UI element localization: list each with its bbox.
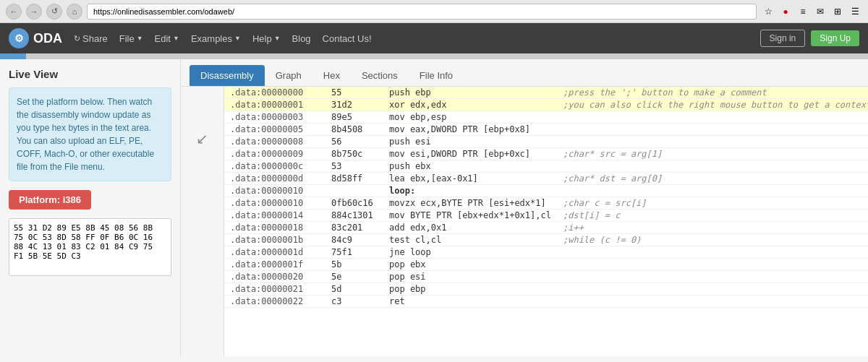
row-hex: 56 [326,136,383,148]
table-row[interactable]: .data:00000010 0fb60c16 movzx ecx,BYTE P… [224,197,868,210]
brand: ⚙ ODA [9,28,62,48]
table-row[interactable]: .data:00000022 c3 ret [224,296,868,308]
row-comment [557,136,868,148]
row-addr: .data:00000020 [224,271,326,283]
row-mnem: push ebx [383,160,557,173]
tab-sections[interactable]: Sections [351,65,409,86]
progress-bar-container [0,53,868,59]
row-addr: .data:00000010 [224,197,326,210]
table-row[interactable]: .data:00000010 loop: [224,185,868,197]
row-mnem: movzx ecx,BYTE PTR [esi+edx*1] [383,197,557,210]
tab-hex[interactable]: Hex [312,65,351,86]
table-row[interactable]: .data:0000000c 53 push ebx [224,160,868,173]
table-row[interactable]: .data:00000018 83c201 add edx,0x1 ;i++ [224,222,868,234]
tab-disassembly[interactable]: Disassembly [190,65,265,86]
row-comment: ;i++ [557,222,868,234]
row-hex: c3 [326,296,383,308]
row-comment [557,246,868,259]
signin-button[interactable]: Sign in [760,30,806,47]
hex-input[interactable] [9,218,171,276]
row-mnem: xor edx,edx [383,99,557,111]
back-button[interactable]: ← [6,4,22,20]
forward-button[interactable]: → [26,4,42,20]
row-hex: 31d2 [326,99,383,111]
table-row[interactable]: .data:0000001d 75f1 jne loop [224,246,868,259]
table-row[interactable]: .data:00000020 5e pop esi [224,271,868,283]
row-mnem: mov eax,DWORD PTR [ebp+0x8] [383,124,557,136]
table-row[interactable]: .data:00000014 884c1301 mov BYTE PTR [eb… [224,210,868,222]
row-comment: ;press the ';' button to make a comment [557,87,868,99]
menu-icon[interactable]: ≡ [796,4,810,19]
row-hex: 5b [326,259,383,271]
help-menu[interactable]: Help ▼ [252,33,281,44]
blog-link[interactable]: Blog [292,33,311,44]
browser-extra2[interactable]: ☰ [848,4,862,19]
table-row[interactable]: .data:00000005 8b4508 mov eax,DWORD PTR … [224,124,868,136]
table-row[interactable]: .data:00000021 5d pop ebp [224,283,868,296]
row-addr: .data:00000005 [224,124,326,136]
row-hex: 8d58ff [326,173,383,185]
row-hex: 89e5 [326,111,383,124]
table-row[interactable]: .data:0000000d 8d58ff lea ebx,[eax-0x1] … [224,173,868,185]
security-icon: ● [778,4,793,19]
row-mnem: mov esi,DWORD PTR [ebp+0xc] [383,148,557,160]
row-mnem: mov BYTE PTR [ebx+edx*1+0x1],cl [383,210,557,222]
row-addr: .data:00000022 [224,296,326,308]
row-hex [326,185,383,197]
table-row[interactable]: .data:0000001b 84c9 test cl,cl ;while (c… [224,234,868,246]
home-button[interactable]: ⌂ [67,4,82,20]
url-bar[interactable] [87,4,757,20]
platform-button[interactable]: Platform: i386 [9,190,91,210]
signup-button[interactable]: Sign Up [811,30,859,46]
tab-graph[interactable]: Graph [265,65,312,86]
row-addr: .data:00000021 [224,283,326,296]
row-hex: 884c1301 [326,210,383,222]
row-comment [557,111,868,124]
row-addr: .data:0000000d [224,173,326,185]
table-row[interactable]: .data:00000009 8b750c mov esi,DWORD PTR … [224,148,868,160]
row-hex: 8b750c [326,148,383,160]
row-addr: .data:00000014 [224,210,326,222]
row-comment: ;while (c != 0) [557,234,868,246]
table-row[interactable]: .data:0000001f 5b pop ebx [224,259,868,271]
row-comment [557,259,868,271]
reload-button[interactable]: ↺ [46,4,62,20]
file-menu[interactable]: File ▼ [119,33,143,44]
table-row[interactable]: .data:00000003 89e5 mov ebp,esp [224,111,868,124]
sidebar: Live View Set the platform below. Then w… [0,59,181,356]
row-mnem: push esi [383,136,557,148]
browser-extra1[interactable]: ⊞ [830,4,845,19]
main-layout: Live View Set the platform below. Then w… [0,59,868,356]
browser-bar: ← → ↺ ⌂ ☆ ● ≡ ✉ ⊞ ☰ [0,0,868,23]
row-hex: 83c201 [326,222,383,234]
examples-menu[interactable]: Examples ▼ [191,33,241,44]
row-mnem: jne loop [383,246,557,259]
row-addr: .data:00000008 [224,136,326,148]
mail-icon[interactable]: ✉ [813,4,827,19]
row-comment: ;char* src = arg[1] [557,148,868,160]
sidebar-title: Live View [9,68,171,80]
row-comment [557,283,868,296]
row-addr: .data:00000018 [224,222,326,234]
row-mnem: ret [383,296,557,308]
bookmark-icon[interactable]: ☆ [761,4,775,19]
row-comment [557,160,868,173]
contact-link[interactable]: Contact Us! [323,33,372,44]
share-link[interactable]: ↻ Share [74,33,108,44]
row-hex: 8b4508 [326,124,383,136]
table-row[interactable]: .data:00000000 55 push ebp ;press the ';… [224,87,868,99]
row-comment: ;you can also click the right mouse butt… [557,99,868,111]
row-comment [557,271,868,283]
row-hex: 55 [326,87,383,99]
edit-menu[interactable]: Edit ▼ [155,33,179,44]
disasm-content[interactable]: .data:00000000 55 push ebp ;press the ';… [224,87,868,356]
brand-name: ODA [33,31,62,46]
table-row[interactable]: .data:00000008 56 push esi [224,136,868,148]
row-hex: 53 [326,160,383,173]
table-row[interactable]: .data:00000001 31d2 xor edx,edx ;you can… [224,99,868,111]
tab-fileinfo[interactable]: File Info [409,65,464,86]
row-addr: .data:0000001d [224,246,326,259]
row-mnem: pop esi [383,271,557,283]
row-addr: .data:0000001b [224,234,326,246]
row-comment [557,296,868,308]
